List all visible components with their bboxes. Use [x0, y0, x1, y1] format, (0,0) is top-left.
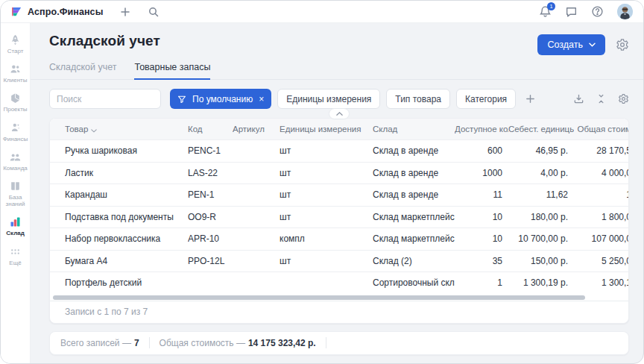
table-cell: шт: [280, 145, 373, 156]
page-settings-gear-icon[interactable]: [616, 38, 629, 51]
create-button[interactable]: Создать: [537, 34, 605, 55]
tabs-bar: Складской учет Товарные запасы: [31, 62, 643, 80]
table-cell: 35: [455, 256, 508, 266]
table-cell: 107 000,0: [574, 233, 629, 244]
column-header[interactable]: Склад: [373, 125, 455, 134]
topbar-right-cluster: 1: [539, 4, 633, 19]
table-cell: 1 300,19 р.: [508, 277, 574, 288]
add-icon[interactable]: [119, 6, 131, 18]
table-header-row: ТоварКодАртикулЕдиницы измеренияСкладДос…: [50, 119, 628, 139]
table-cell: Набор первоклассника: [65, 233, 188, 244]
clients-icon: [9, 63, 22, 75]
table-cell: 1 300,1: [574, 277, 629, 288]
filter-button[interactable]: Категория: [456, 89, 516, 109]
column-header[interactable]: Общая стоим: [574, 125, 629, 134]
table-cell: APR-10: [188, 233, 233, 244]
table-cell: LAS-22: [188, 168, 233, 178]
column-header[interactable]: Код: [188, 125, 233, 134]
tab-warehouse-accounting[interactable]: Складской учет: [49, 62, 116, 79]
warehouse-chart-icon: [9, 216, 22, 228]
table-row[interactable]: Портфель детскийСортировочный скла11 300…: [50, 272, 628, 294]
notifications-bell-icon[interactable]: 1: [539, 5, 552, 18]
scrollbar-thumb[interactable]: [53, 295, 585, 300]
table-cell: 1 800,0: [574, 212, 629, 222]
table-cell: Карандаш: [65, 189, 188, 200]
table-cell: 28 170,5: [574, 145, 629, 156]
total-records-value: 7: [134, 338, 139, 348]
total-cost-value: 14 175 323,42 р.: [248, 338, 316, 348]
sidebar-item-label: База знаний: [1, 194, 31, 207]
table-cell: Склад (2): [373, 256, 455, 266]
table-cell: PEN-1: [188, 189, 233, 200]
table-cell: Склад маркетплейса: [373, 212, 455, 222]
sidebar-item-label: Ещё: [1, 260, 31, 266]
column-header[interactable]: Товар: [65, 125, 188, 134]
table-cell: 600: [455, 145, 508, 156]
divider: [149, 337, 150, 348]
table-row[interactable]: Набор первоклассникаAPR-10комплСклад мар…: [50, 228, 628, 250]
table-cell: 180,00 р.: [508, 212, 574, 222]
sidebar-item-label: Склад: [1, 230, 31, 236]
add-filter-icon[interactable]: [525, 93, 536, 104]
table-row[interactable]: Бумага А4PPO-12LштСклад (2)35150,00 р.5 …: [50, 250, 628, 272]
table-cell: Сортировочный скла: [373, 277, 455, 288]
table-cell: 46,95 р.: [508, 145, 574, 156]
filter-button[interactable]: Единицы измерения: [277, 89, 380, 109]
search-icon[interactable]: [148, 6, 160, 18]
main-content: Складской учет Создать Складской учет То…: [31, 23, 643, 363]
sidebar-item-warehouse-chart[interactable]: Склад: [1, 216, 31, 236]
sidebar-item-rocket[interactable]: Старт: [1, 34, 31, 54]
sidebar-item-knowledge[interactable]: База знаний: [1, 180, 31, 207]
filter-button[interactable]: Тип товара: [386, 89, 450, 109]
sidebar-item-projects[interactable]: Проекты: [1, 92, 31, 113]
total-cost-label: Общая стоимость —: [160, 338, 245, 348]
chevron-down-icon: [589, 43, 596, 47]
table-settings-gear-icon[interactable]: [618, 93, 629, 104]
table-cell: 5 250,0: [574, 256, 629, 266]
records-info: Записи с 1 по 7 из 7: [50, 301, 628, 323]
tab-product-stocks[interactable]: Товарные запасы: [134, 62, 210, 80]
page-header: Складской учет Создать: [49, 33, 629, 55]
notification-badge: 1: [547, 2, 555, 10]
sidebar-item-label: Финансы: [1, 136, 31, 142]
page-title: Складской учет: [49, 33, 160, 49]
app-window: Аспро.Финансы 1 СтартКлиентыПроектыФинан…: [0, 0, 644, 364]
team-icon: [9, 151, 22, 163]
table-cell: OO9-R: [188, 212, 233, 222]
help-icon[interactable]: [591, 5, 604, 18]
table-row[interactable]: ЛастикLAS-22штСклад в аренде10004,00 р.4…: [50, 162, 628, 184]
collapse-icon[interactable]: [596, 93, 607, 104]
clear-filter-icon[interactable]: ×: [259, 94, 264, 104]
sidebar-item-team[interactable]: Команда: [1, 151, 31, 172]
sort-chevron-icon: [91, 125, 97, 131]
page-header-actions: Создать: [537, 34, 629, 55]
knowledge-icon: [9, 180, 22, 192]
collapse-table-pill[interactable]: [329, 108, 350, 119]
filter-toolbar: По умолчанию × Единицы измеренияТип това…: [49, 89, 629, 109]
table-row[interactable]: Подставка под документыOO9-RштСклад марк…: [50, 206, 628, 228]
table-cell: 4,00 р.: [508, 168, 574, 178]
table-section: ТоварКодАртикулЕдиницы измеренияСкладДос…: [49, 118, 629, 324]
app-logo-icon: [11, 6, 22, 17]
sidebar-item-more-grid[interactable]: Ещё: [1, 245, 31, 266]
chat-icon[interactable]: [565, 5, 578, 18]
user-avatar[interactable]: [617, 4, 633, 19]
table-cell: Склад маркетплейса: [373, 233, 455, 244]
table-row[interactable]: Ручка шариковаяPENC-1штСклад в аренде600…: [50, 139, 628, 162]
sidebar-item-clients[interactable]: Клиенты: [1, 63, 31, 84]
download-icon[interactable]: [573, 93, 584, 104]
table-cell: 10: [455, 212, 508, 222]
table-cell: Подставка под документы: [65, 212, 188, 222]
column-header[interactable]: Единицы измерения: [280, 125, 373, 134]
sidebar-item-finances[interactable]: Финансы: [1, 122, 31, 142]
search-input[interactable]: [49, 89, 161, 109]
table-tools-group: [573, 93, 629, 104]
column-header[interactable]: Себест. единицы: [508, 125, 574, 134]
default-filter-chip[interactable]: По умолчанию ×: [170, 89, 271, 109]
column-header[interactable]: Артикул: [233, 125, 280, 134]
sidebar-item-label: Клиенты: [1, 77, 31, 84]
table-row[interactable]: КарандашPEN-1штСклад в аренде1111,621: [50, 183, 628, 206]
divider: [326, 337, 326, 348]
table-cell: компл: [280, 233, 373, 244]
column-header[interactable]: Доступное кол-во: [455, 125, 508, 134]
